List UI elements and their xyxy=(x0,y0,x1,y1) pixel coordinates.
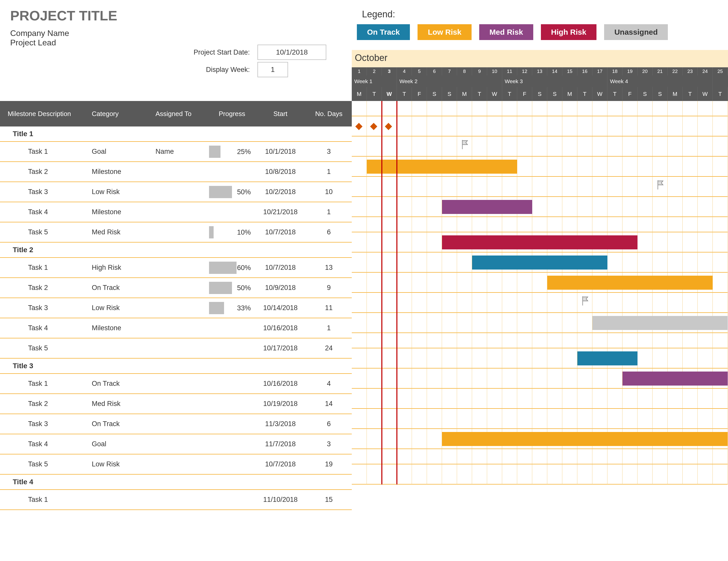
task-category: Low Risk xyxy=(92,304,155,312)
task-name: Task 3 xyxy=(0,420,92,428)
gantt-bar[interactable] xyxy=(442,432,728,446)
task-days: 6 xyxy=(306,228,352,236)
task-days: 10 xyxy=(306,188,352,196)
goal-marker xyxy=(356,124,391,129)
task-row[interactable]: Task 3 On Track 11/3/2018 6 xyxy=(0,414,352,434)
task-row[interactable]: Task 3 Low Risk 33% 10/14/2018 11 xyxy=(0,298,352,318)
task-category: High Risk xyxy=(92,264,155,271)
legend-label: Legend: xyxy=(362,9,668,20)
dow-label: T xyxy=(607,87,622,101)
task-start: 11/10/2018 xyxy=(255,496,306,504)
group-title: Title 2 xyxy=(0,242,352,258)
start-date-label: Project Start Date: xyxy=(178,48,257,56)
col-prog: Progress xyxy=(209,110,255,118)
week-label: Week 4 xyxy=(607,75,713,87)
task-days: 4 xyxy=(306,380,352,388)
task-name: Task 5 xyxy=(0,228,92,236)
gantt-bar[interactable] xyxy=(592,316,728,330)
diamond-icon xyxy=(385,123,392,130)
dow-label: M xyxy=(457,87,472,101)
day-of-week-row: MTWTFSSMTWTFSSMTWTFSSMTWT xyxy=(352,87,728,101)
task-row[interactable]: Task 1 On Track 10/16/2018 4 xyxy=(0,374,352,394)
flag-icon xyxy=(657,180,664,191)
dow-label: T xyxy=(683,87,698,101)
task-row[interactable]: Task 3 Low Risk 50% 10/2/2018 10 xyxy=(0,182,352,202)
dow-label: S xyxy=(653,87,668,101)
task-name: Task 5 xyxy=(0,344,92,352)
task-row[interactable]: Task 1 Goal Name 25% 10/1/2018 3 xyxy=(0,142,352,162)
task-name: Task 3 xyxy=(0,304,92,312)
task-row[interactable]: Task 2 Med Risk 10/19/2018 14 xyxy=(0,394,352,414)
task-name: Task 1 xyxy=(0,264,92,271)
task-row[interactable]: Task 2 Milestone 10/8/2018 1 xyxy=(0,162,352,182)
dow-label: S xyxy=(638,87,653,101)
dow-label: T xyxy=(472,87,487,101)
dow-label: S xyxy=(427,87,442,101)
dow-label: M xyxy=(562,87,577,101)
task-name: Task 1 xyxy=(0,148,92,155)
task-name: Task 5 xyxy=(0,460,92,468)
dow-label: T xyxy=(367,87,382,101)
dow-label: S xyxy=(442,87,457,101)
date-num: 19 xyxy=(622,67,638,75)
task-start: 10/7/2018 xyxy=(255,460,306,468)
task-start: 10/8/2018 xyxy=(255,168,306,176)
date-num: 4 xyxy=(397,67,412,75)
task-row[interactable]: Task 2 On Track 50% 10/9/2018 9 xyxy=(0,278,352,298)
task-category: Low Risk xyxy=(92,460,155,468)
dow-label: W xyxy=(382,87,397,101)
gantt-bar[interactable] xyxy=(547,275,713,290)
week-row: Week 1Week 2Week 3Week 4 xyxy=(352,75,728,87)
group-title: Title 3 xyxy=(0,359,352,374)
dow-label: T xyxy=(397,87,412,101)
task-category: Med Risk xyxy=(92,400,155,408)
task-row[interactable]: Task 5 Low Risk 10/7/2018 19 xyxy=(0,454,352,475)
diamond-icon xyxy=(355,123,362,130)
gantt-bar[interactable] xyxy=(622,372,728,386)
date-num: 15 xyxy=(562,67,577,75)
gantt-bar[interactable] xyxy=(472,255,607,269)
gantt-bar[interactable] xyxy=(367,160,517,174)
task-start: 10/2/2018 xyxy=(255,188,306,196)
week-label: Week 2 xyxy=(397,75,502,87)
display-week-input[interactable]: 1 xyxy=(257,62,288,77)
task-row[interactable]: Task 4 Milestone 10/21/2018 1 xyxy=(0,202,352,222)
gantt-bar[interactable] xyxy=(442,235,638,249)
task-name: Task 1 xyxy=(0,496,92,504)
task-start: 10/16/2018 xyxy=(255,380,306,388)
date-num: 12 xyxy=(517,67,532,75)
flag-icon xyxy=(582,296,589,307)
task-days: 9 xyxy=(306,284,352,292)
dow-label: F xyxy=(412,87,427,101)
task-row[interactable]: Task 1 11/10/2018 15 xyxy=(0,490,352,510)
task-row[interactable]: Task 4 Milestone 10/16/2018 1 xyxy=(0,318,352,339)
start-date-input[interactable]: 10/1/2018 xyxy=(257,45,326,60)
gantt-bar[interactable] xyxy=(577,352,638,366)
task-days: 6 xyxy=(306,420,352,428)
gantt-bar[interactable] xyxy=(442,200,532,214)
task-category: Milestone xyxy=(92,208,155,216)
date-num: 18 xyxy=(607,67,622,75)
column-header-row: Milestone Description Category Assigned … xyxy=(0,101,352,126)
date-number-row: 1234567891011121314151617181920212223242… xyxy=(352,67,728,75)
task-category: Milestone xyxy=(92,168,155,176)
task-days: 1 xyxy=(306,324,352,332)
task-start: 10/21/2018 xyxy=(255,208,306,216)
task-row[interactable]: Task 5 10/17/2018 24 xyxy=(0,339,352,359)
task-start: 10/16/2018 xyxy=(255,324,306,332)
task-name: Task 2 xyxy=(0,400,92,408)
task-days: 1 xyxy=(306,168,352,176)
col-days: No. Days xyxy=(306,110,352,118)
date-num: 5 xyxy=(412,67,427,75)
task-name: Task 3 xyxy=(0,188,92,196)
task-row[interactable]: Task 1 High Risk 60% 10/7/2018 13 xyxy=(0,258,352,278)
task-row[interactable]: Task 5 Med Risk 10% 10/7/2018 6 xyxy=(0,222,352,242)
task-days: 11 xyxy=(306,304,352,312)
date-num: 20 xyxy=(638,67,653,75)
legend-ontrack: On Track xyxy=(357,24,410,40)
date-num: 3 xyxy=(382,67,397,75)
task-days: 15 xyxy=(306,496,352,504)
task-row[interactable]: Task 4 Goal 11/7/2018 3 xyxy=(0,434,352,454)
legend-highrisk: High Risk xyxy=(541,24,596,40)
dow-label: S xyxy=(532,87,547,101)
